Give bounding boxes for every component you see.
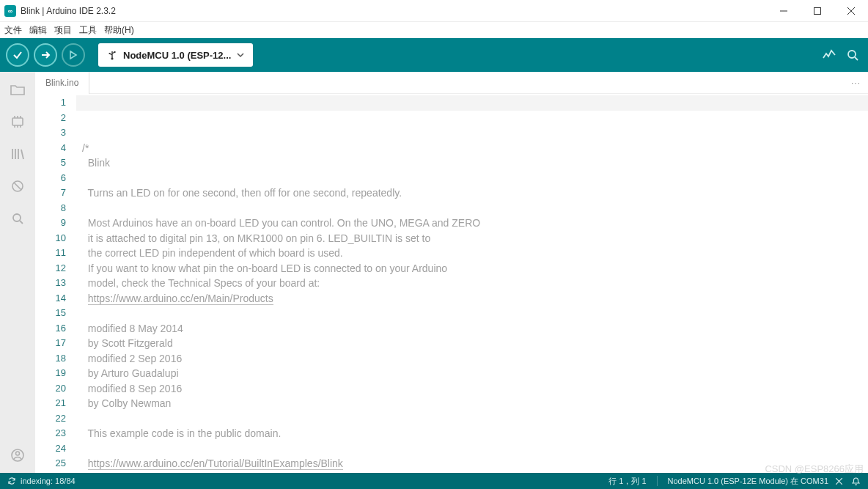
menu-edit[interactable]: 编辑 xyxy=(29,24,47,37)
svg-point-13 xyxy=(13,214,21,221)
current-line-highlight xyxy=(76,95,868,111)
svg-rect-10 xyxy=(12,118,23,125)
status-indexing: indexing: 18/84 xyxy=(21,477,76,485)
notification-icon[interactable] xyxy=(851,477,861,486)
svg-rect-1 xyxy=(814,7,821,14)
svg-line-14 xyxy=(20,221,23,224)
tab-blink[interactable]: Blink.ino xyxy=(35,72,89,94)
main-area: Blink.ino ··· 12345678910111213141516171… xyxy=(0,72,868,473)
menu-file[interactable]: 文件 xyxy=(4,24,22,37)
svg-point-16 xyxy=(16,452,20,455)
status-bar: indexing: 18/84 行 1，列 1 NodeMCU 1.0 (ESP… xyxy=(0,473,868,489)
search-icon[interactable] xyxy=(9,210,26,227)
maximize-button[interactable] xyxy=(801,0,834,22)
sync-icon[interactable] xyxy=(7,477,16,485)
chevron-down-icon xyxy=(237,51,244,59)
tab-overflow-button[interactable]: ··· xyxy=(844,78,868,88)
menu-project[interactable]: 项目 xyxy=(54,24,72,37)
svg-line-12 xyxy=(14,183,21,190)
svg-line-9 xyxy=(855,57,858,60)
code-editor[interactable]: 1234567891011121314151617181920212223242… xyxy=(35,94,868,473)
toolbar: NodeMCU 1.0 (ESP-12... xyxy=(0,38,868,72)
window-title: Blink | Arduino IDE 2.3.2 xyxy=(21,6,767,16)
app-icon: ∞ xyxy=(4,5,16,17)
minimize-button[interactable] xyxy=(767,0,801,22)
board-label: NodeMCU 1.0 (ESP-12... xyxy=(123,50,231,61)
status-cursor: 行 1，列 1 xyxy=(608,476,646,487)
boards-manager-icon[interactable] xyxy=(9,113,26,130)
status-board[interactable]: NodeMCU 1.0 (ESP-12E Module) 在 COM31 xyxy=(668,476,828,487)
tab-bar: Blink.ino ··· xyxy=(35,72,868,94)
line-gutter: 1234567891011121314151617181920212223242… xyxy=(35,94,76,473)
board-selector[interactable]: NodeMCU 1.0 (ESP-12... xyxy=(98,43,253,67)
usb-icon xyxy=(107,50,117,60)
menu-tools[interactable]: 工具 xyxy=(79,24,97,37)
serial-plotter-button[interactable] xyxy=(820,45,839,65)
account-icon[interactable] xyxy=(9,446,26,464)
tab-label: Blink.ino xyxy=(45,78,78,88)
close-button[interactable] xyxy=(834,0,868,22)
upload-button[interactable] xyxy=(34,43,57,67)
activity-bar xyxy=(0,72,35,473)
serial-monitor-button[interactable] xyxy=(843,45,862,65)
menu-bar: 文件 编辑 项目 工具 帮助(H) xyxy=(0,22,868,38)
debug-icon[interactable] xyxy=(9,177,26,195)
folder-icon[interactable] xyxy=(9,81,26,98)
svg-rect-7 xyxy=(114,51,116,53)
close-icon[interactable] xyxy=(836,478,842,485)
svg-point-4 xyxy=(70,51,73,54)
code-lines: /* Blink Turns an LED on for one second,… xyxy=(76,94,868,473)
title-bar: ∞ Blink | Arduino IDE 2.3.2 xyxy=(0,0,868,22)
menu-help[interactable]: 帮助(H) xyxy=(104,24,134,37)
debug-button[interactable] xyxy=(62,43,85,67)
window-controls xyxy=(767,0,868,22)
svg-point-8 xyxy=(848,51,856,58)
library-manager-icon[interactable] xyxy=(9,145,26,163)
editor-area: Blink.ino ··· 12345678910111213141516171… xyxy=(35,72,868,473)
verify-button[interactable] xyxy=(6,43,29,67)
svg-point-6 xyxy=(108,53,110,54)
